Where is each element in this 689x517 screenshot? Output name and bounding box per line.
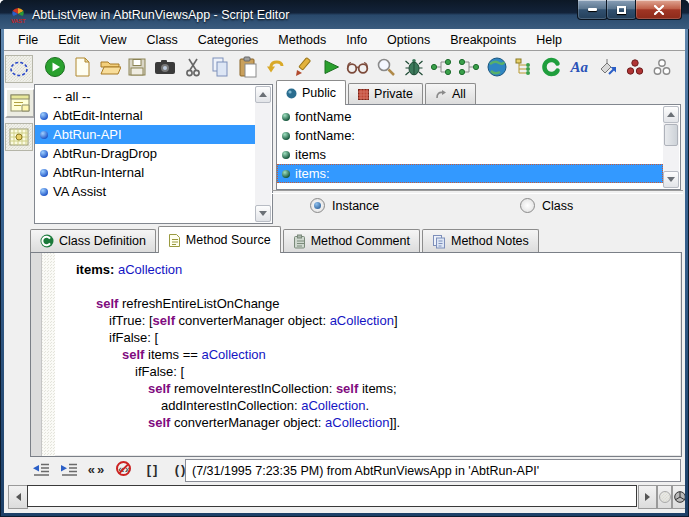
code-editor[interactable]: items: aCollection self refreshEntireLis… [30,252,682,457]
menu-item[interactable]: Class [137,31,188,49]
instance-radio[interactable]: Instance [310,198,379,213]
menu-item[interactable]: Options [377,31,440,49]
bottom-entry-field[interactable] [27,485,637,507]
tab-method-comment[interactable]: Method Comment [283,229,420,252]
tab-class-definition[interactable]: Class Definition [30,229,156,252]
minimize-icon [588,8,597,11]
class-definition-icon [40,234,54,248]
list-item[interactable]: -- all -- [35,87,255,106]
brackets-icon[interactable]: [] [142,460,164,480]
scroll-up-icon[interactable] [663,106,679,123]
marker-icon[interactable] [291,55,316,80]
text-style-icon[interactable]: Aa [567,55,592,80]
method-comment-icon [293,234,306,249]
scroll-left-button[interactable] [8,485,28,509]
tab-public[interactable]: Public [276,80,346,105]
class-radio[interactable]: Class [520,198,573,213]
indent-icon[interactable] [58,460,80,480]
code-line: ifFalse: [ [76,363,680,380]
undo-icon[interactable] [263,55,288,80]
system-status-button[interactable] [672,485,685,509]
web-icon[interactable] [484,55,509,80]
tab-method-notes[interactable]: Method Notes [422,229,539,252]
tab-private[interactable]: Private [348,83,423,104]
menu-item[interactable]: Methods [268,31,336,49]
code-text[interactable]: items: aCollection self refreshEntireLis… [55,253,680,456]
list-item[interactable]: items [277,145,663,164]
scroll-up-icon[interactable] [255,86,271,103]
categories-scrollbar[interactable] [255,86,271,222]
hierarchy-icon[interactable] [512,55,537,80]
close-button[interactable] [635,0,682,20]
menu-item[interactable]: Info [336,31,377,49]
category-bullet-icon [40,169,48,177]
menu-item[interactable]: Help [526,31,572,49]
list-item[interactable]: AbtEdit-Internal [35,106,255,125]
list-item[interactable]: VA Assist [35,182,255,201]
list-item[interactable]: AbtRun-API [35,125,255,144]
class-c-icon[interactable] [539,55,564,80]
menu-item[interactable]: File [8,31,48,49]
fill-style-icon[interactable] [595,55,620,80]
method-notes-icon [432,234,446,249]
run-script-icon[interactable] [318,55,343,80]
new-document-icon[interactable] [70,55,95,80]
browse-icon[interactable] [346,55,371,80]
aa-label: Aa [571,59,589,76]
methods-rows: fontName fontName: items items: [277,107,663,189]
list-item[interactable]: AbtRun-Internal [35,163,255,182]
open-icon[interactable] [97,55,122,80]
debug-icon[interactable] [401,55,426,80]
list-item[interactable]: fontName: [277,126,663,145]
tab-all[interactable]: All [425,83,476,104]
minimize-button[interactable] [577,0,608,20]
outdent-icon[interactable] [30,460,52,480]
tab-method-source[interactable]: Method Source [158,226,281,253]
categories-list[interactable]: -- all -- AbtEdit-Internal AbtRun-API [34,84,273,224]
left-arrow-icon [16,493,21,501]
team-free-icon[interactable] [650,55,675,80]
scroll-right-button[interactable] [638,485,657,509]
category-bullet-icon [40,112,48,120]
all-curl-icon [435,89,447,100]
grid-tool-icon[interactable] [5,123,33,151]
scroll-down-icon[interactable] [255,205,271,222]
branch-out-icon[interactable] [429,55,454,80]
list-item[interactable]: AbtRun-DragDrop [35,144,255,163]
category-bullet-icon [40,150,48,158]
paste-icon[interactable] [235,55,260,80]
menu-item[interactable]: Categories [188,31,268,49]
scrollbar-thumb[interactable] [664,124,678,146]
save-icon[interactable] [125,55,150,80]
menu-item[interactable]: Breakpoints [440,31,526,49]
method-label: items: [295,166,330,181]
run-icon[interactable] [42,55,67,80]
method-bullet-icon [282,151,290,159]
copy-icon[interactable] [208,55,233,80]
method-bullet-icon [282,132,290,140]
methods-list[interactable]: fontName fontName: items items: [276,104,681,190]
close-icon [654,5,664,15]
code-line: ifFalse: [ [76,329,680,346]
list-item[interactable]: fontName [277,107,663,126]
quotes-icon[interactable]: «» [86,460,108,480]
camera-icon[interactable] [153,55,178,80]
method-label: fontName: [295,128,355,143]
team-owned-icon[interactable] [622,55,647,80]
no-quotes-icon[interactable]: «» [114,460,136,480]
methods-scrollbar[interactable] [663,106,679,188]
menu-item[interactable]: Edit [48,31,90,49]
code-line: self converterManager object: aCollectio… [76,414,680,431]
branch-in-icon[interactable] [456,55,481,80]
ellipse-tool-icon[interactable] [5,55,33,83]
client-area: File Edit View Class Categories Methods … [4,29,685,513]
list-item[interactable]: items: [277,164,663,183]
dither-status-button[interactable] [657,485,672,509]
maximize-button[interactable] [606,0,637,20]
scroll-down-icon[interactable] [663,171,679,188]
search-icon[interactable] [374,55,399,80]
parts-editor-icon[interactable] [5,88,35,118]
menu-item[interactable]: View [90,31,137,49]
cut-icon[interactable] [180,55,205,80]
tab-label: Private [374,87,413,101]
